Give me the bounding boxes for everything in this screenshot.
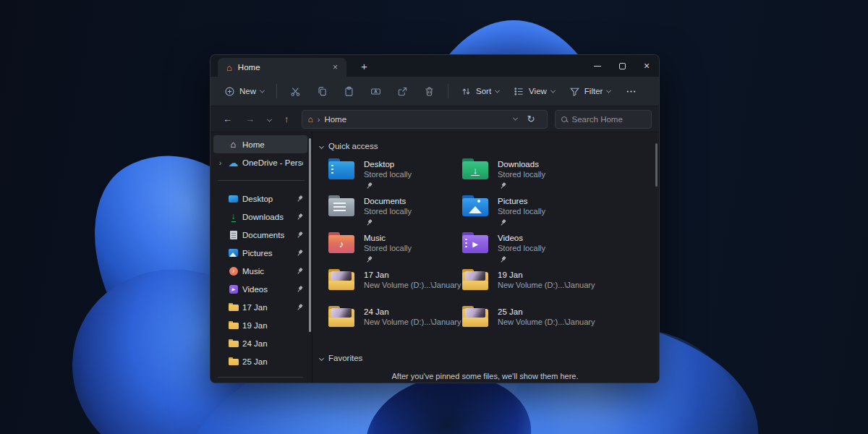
tile-subtitle: Stored locally: [364, 244, 412, 253]
folder-icon: [227, 320, 239, 331]
section-quick-access[interactable]: Quick access: [318, 140, 659, 153]
documents-folder-icon: [328, 195, 354, 216]
tile-downloads[interactable]: ↓DownloadsStored locally: [462, 158, 596, 190]
minimize-button[interactable]: [585, 55, 610, 77]
pin-icon: [498, 218, 508, 228]
tile-pictures[interactable]: PicturesStored locally: [462, 195, 596, 227]
delete-icon[interactable]: [417, 82, 442, 101]
cut-icon[interactable]: [283, 82, 308, 101]
tile-text: 25 JanNew Volume (D:)...\January: [498, 306, 595, 327]
jan-folder-icon: [462, 269, 488, 290]
view-button-label: View: [529, 87, 547, 95]
sidebar-item-home[interactable]: ⌂Home: [213, 135, 307, 153]
sidebar-divider: [218, 180, 305, 181]
tab-home[interactable]: ⌂ Home ×: [218, 58, 346, 77]
toolbar-divider: [276, 84, 277, 98]
sidebar-item-videos[interactable]: Videos: [213, 280, 307, 298]
tile-text: VideosStored locally: [498, 232, 545, 263]
documents-icon: [227, 229, 239, 240]
tile-desktop[interactable]: DesktopStored locally: [328, 158, 462, 190]
chevron-down-icon: [260, 88, 265, 93]
quick-access-grid: DesktopStored locally↓DownloadsStored lo…: [328, 158, 659, 343]
tile-documents[interactable]: DocumentsStored locally: [328, 195, 462, 227]
sidebar-item-label: 25 Jan: [242, 357, 303, 366]
sidebar-item-desktop[interactable]: Desktop: [213, 190, 307, 208]
new-tab-button[interactable]: +: [357, 59, 372, 74]
view-button[interactable]: View: [507, 82, 561, 101]
more-options-button[interactable]: [618, 82, 644, 101]
section-favorites[interactable]: Favorites: [318, 352, 659, 365]
address-dropdown-icon[interactable]: [513, 116, 518, 121]
search-input[interactable]: [572, 115, 646, 124]
close-button[interactable]: ×: [634, 55, 659, 77]
tile-19-jan[interactable]: 19 JanNew Volume (D:)...\January: [462, 269, 596, 301]
tile-subtitle: New Volume (D:)...\January: [364, 281, 461, 290]
chevron-down-icon: [495, 88, 500, 93]
pin-icon: [294, 265, 305, 276]
desktop-folder-icon: [328, 158, 354, 179]
new-button[interactable]: New: [218, 82, 271, 101]
tile-videos[interactable]: ▶VideosStored locally: [462, 232, 596, 264]
sidebar-item-documents[interactable]: Documents: [213, 226, 307, 244]
search-box: [555, 110, 652, 129]
tile-text: 24 JanNew Volume (D:)...\January: [364, 306, 461, 327]
sidebar-item-19-jan[interactable]: 19 Jan: [213, 316, 307, 334]
desktop-icon: [227, 193, 239, 204]
sidebar-item-25-jan[interactable]: 25 Jan: [213, 352, 307, 370]
videos-folder-icon: ▶: [462, 232, 488, 253]
tile-text: 17 JanNew Volume (D:)...\January: [364, 269, 461, 290]
tile-24-jan[interactable]: 24 JanNew Volume (D:)...\January: [328, 306, 462, 338]
sidebar-item-pictures[interactable]: Pictures: [213, 244, 307, 262]
up-button[interactable]: ↑: [279, 111, 294, 127]
sidebar-item-24-jan[interactable]: 24 Jan: [213, 334, 307, 352]
sidebar-item-music[interactable]: Music: [213, 262, 307, 280]
explorer-content: ⌂Home›☁OneDrive - PersonalDesktop↓Downlo…: [210, 132, 659, 383]
copy-icon[interactable]: [310, 82, 335, 101]
share-icon[interactable]: [390, 82, 415, 101]
sidebar-item-17-jan[interactable]: 17 Jan: [213, 298, 307, 316]
tile-title: Documents: [364, 196, 412, 206]
sidebar-list: ⌂Home›☁OneDrive - PersonalDesktop↓Downlo…: [210, 135, 312, 370]
tile-subtitle: Stored locally: [498, 170, 545, 179]
maximize-button[interactable]: [610, 55, 634, 77]
pin-icon: [294, 211, 305, 221]
search-icon: [561, 116, 567, 122]
tab-label: Home: [238, 63, 324, 72]
sidebar-item-onedrive-personal[interactable]: ›☁OneDrive - Personal: [213, 153, 307, 171]
command-bar: New: [210, 77, 659, 106]
home-icon: ⌂: [227, 139, 239, 150]
tile-subtitle: Stored locally: [498, 207, 545, 216]
sort-button[interactable]: Sort: [454, 82, 506, 101]
tab-close-icon[interactable]: ×: [330, 62, 341, 72]
content-pane: Quick access DesktopStored locally↓Downl…: [312, 132, 659, 383]
chevron-right-icon[interactable]: ›: [216, 158, 224, 167]
jan-folder-icon: [328, 269, 354, 290]
pin-icon: [294, 193, 305, 203]
chevron-down-icon: [319, 143, 324, 148]
new-button-label: New: [239, 87, 256, 95]
music-folder-icon: ♪: [328, 232, 354, 253]
tile-25-jan[interactable]: 25 JanNew Volume (D:)...\January: [462, 306, 596, 338]
recent-locations-button[interactable]: [263, 111, 276, 127]
tile-17-jan[interactable]: 17 JanNew Volume (D:)...\January: [328, 269, 462, 301]
tile-subtitle: New Volume (D:)...\January: [364, 318, 461, 327]
downloads-folder-icon: ↓: [462, 158, 488, 179]
sidebar-scrollbar[interactable]: [309, 138, 311, 332]
refresh-icon[interactable]: ↻: [522, 112, 541, 126]
tile-text: 19 JanNew Volume (D:)...\January: [498, 269, 595, 290]
section-label: Quick access: [328, 142, 378, 150]
pin-icon: [498, 255, 508, 265]
content-scrollbar[interactable]: [655, 143, 658, 187]
rename-icon[interactable]: [363, 82, 388, 101]
home-icon: ⌂: [226, 63, 232, 72]
onedrive-icon: ☁: [227, 157, 239, 168]
paste-icon[interactable]: [336, 82, 362, 101]
sidebar-item-downloads[interactable]: ↓Downloads: [213, 208, 307, 226]
back-button[interactable]: ←: [218, 111, 237, 127]
filter-button[interactable]: Filter: [563, 82, 618, 101]
breadcrumb[interactable]: ⌂ › Home ↻: [302, 110, 548, 129]
sidebar-item-label: 17 Jan: [242, 303, 293, 312]
tile-music[interactable]: ♪MusicStored locally: [328, 232, 462, 264]
tile-title: Downloads: [498, 159, 545, 169]
forward-button[interactable]: →: [240, 111, 260, 127]
